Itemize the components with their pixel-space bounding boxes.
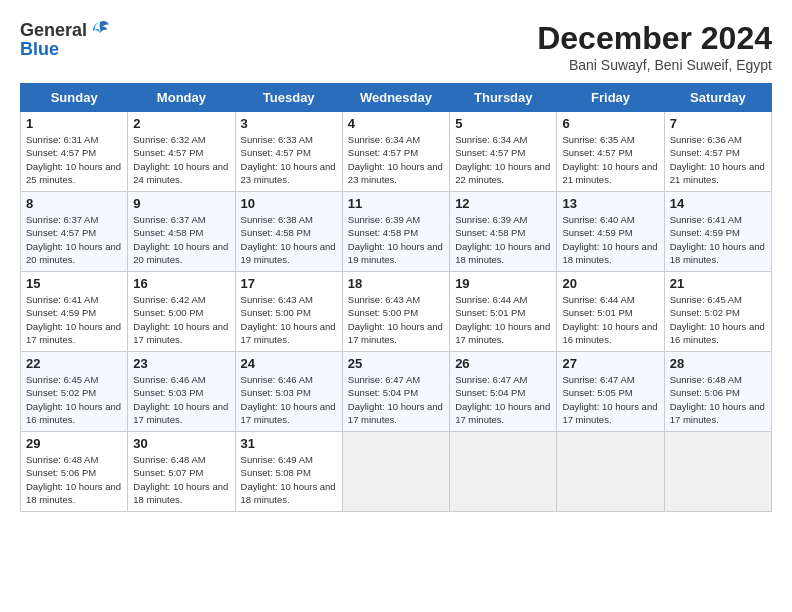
day-of-week-header: Friday xyxy=(557,84,664,112)
location-title: Bani Suwayf, Beni Suweif, Egypt xyxy=(537,57,772,73)
day-detail: Sunrise: 6:47 AM Sunset: 5:04 PM Dayligh… xyxy=(455,373,551,426)
calendar-day-cell: 17 Sunrise: 6:43 AM Sunset: 5:00 PM Dayl… xyxy=(235,272,342,352)
calendar-day-cell: 19 Sunrise: 6:44 AM Sunset: 5:01 PM Dayl… xyxy=(450,272,557,352)
day-detail: Sunrise: 6:42 AM Sunset: 5:00 PM Dayligh… xyxy=(133,293,229,346)
day-detail: Sunrise: 6:43 AM Sunset: 5:00 PM Dayligh… xyxy=(241,293,337,346)
day-of-week-header: Saturday xyxy=(664,84,771,112)
calendar-day-cell: 8 Sunrise: 6:37 AM Sunset: 4:57 PM Dayli… xyxy=(21,192,128,272)
month-title: December 2024 xyxy=(537,20,772,57)
day-detail: Sunrise: 6:37 AM Sunset: 4:57 PM Dayligh… xyxy=(26,213,122,266)
calendar-week-row: 15 Sunrise: 6:41 AM Sunset: 4:59 PM Dayl… xyxy=(21,272,772,352)
day-detail: Sunrise: 6:31 AM Sunset: 4:57 PM Dayligh… xyxy=(26,133,122,186)
day-number: 24 xyxy=(241,356,337,371)
day-number: 3 xyxy=(241,116,337,131)
day-number: 22 xyxy=(26,356,122,371)
calendar-week-row: 8 Sunrise: 6:37 AM Sunset: 4:57 PM Dayli… xyxy=(21,192,772,272)
day-detail: Sunrise: 6:34 AM Sunset: 4:57 PM Dayligh… xyxy=(455,133,551,186)
calendar-day-cell: 26 Sunrise: 6:47 AM Sunset: 5:04 PM Dayl… xyxy=(450,352,557,432)
day-number: 10 xyxy=(241,196,337,211)
day-detail: Sunrise: 6:48 AM Sunset: 5:07 PM Dayligh… xyxy=(133,453,229,506)
calendar-day-cell: 4 Sunrise: 6:34 AM Sunset: 4:57 PM Dayli… xyxy=(342,112,449,192)
day-number: 26 xyxy=(455,356,551,371)
day-detail: Sunrise: 6:38 AM Sunset: 4:58 PM Dayligh… xyxy=(241,213,337,266)
day-number: 13 xyxy=(562,196,658,211)
day-of-week-header: Monday xyxy=(128,84,235,112)
day-detail: Sunrise: 6:34 AM Sunset: 4:57 PM Dayligh… xyxy=(348,133,444,186)
calendar-day-cell: 5 Sunrise: 6:34 AM Sunset: 4:57 PM Dayli… xyxy=(450,112,557,192)
day-number: 31 xyxy=(241,436,337,451)
day-detail: Sunrise: 6:44 AM Sunset: 5:01 PM Dayligh… xyxy=(562,293,658,346)
logo: General Blue xyxy=(20,20,111,58)
day-detail: Sunrise: 6:33 AM Sunset: 4:57 PM Dayligh… xyxy=(241,133,337,186)
calendar-day-cell: 2 Sunrise: 6:32 AM Sunset: 4:57 PM Dayli… xyxy=(128,112,235,192)
day-detail: Sunrise: 6:47 AM Sunset: 5:04 PM Dayligh… xyxy=(348,373,444,426)
day-detail: Sunrise: 6:47 AM Sunset: 5:05 PM Dayligh… xyxy=(562,373,658,426)
day-detail: Sunrise: 6:39 AM Sunset: 4:58 PM Dayligh… xyxy=(348,213,444,266)
day-number: 2 xyxy=(133,116,229,131)
day-number: 6 xyxy=(562,116,658,131)
calendar-day-cell: 3 Sunrise: 6:33 AM Sunset: 4:57 PM Dayli… xyxy=(235,112,342,192)
calendar-day-cell: 23 Sunrise: 6:46 AM Sunset: 5:03 PM Dayl… xyxy=(128,352,235,432)
day-number: 4 xyxy=(348,116,444,131)
calendar-day-cell: 12 Sunrise: 6:39 AM Sunset: 4:58 PM Dayl… xyxy=(450,192,557,272)
calendar-day-cell xyxy=(557,432,664,512)
day-number: 9 xyxy=(133,196,229,211)
day-detail: Sunrise: 6:43 AM Sunset: 5:00 PM Dayligh… xyxy=(348,293,444,346)
calendar-day-cell: 30 Sunrise: 6:48 AM Sunset: 5:07 PM Dayl… xyxy=(128,432,235,512)
day-number: 19 xyxy=(455,276,551,291)
day-detail: Sunrise: 6:41 AM Sunset: 4:59 PM Dayligh… xyxy=(670,213,766,266)
logo-bird-icon xyxy=(89,18,111,40)
day-number: 27 xyxy=(562,356,658,371)
calendar-day-cell: 7 Sunrise: 6:36 AM Sunset: 4:57 PM Dayli… xyxy=(664,112,771,192)
calendar-day-cell: 11 Sunrise: 6:39 AM Sunset: 4:58 PM Dayl… xyxy=(342,192,449,272)
day-detail: Sunrise: 6:45 AM Sunset: 5:02 PM Dayligh… xyxy=(670,293,766,346)
day-number: 17 xyxy=(241,276,337,291)
day-detail: Sunrise: 6:46 AM Sunset: 5:03 PM Dayligh… xyxy=(133,373,229,426)
day-number: 1 xyxy=(26,116,122,131)
calendar-week-row: 22 Sunrise: 6:45 AM Sunset: 5:02 PM Dayl… xyxy=(21,352,772,432)
day-detail: Sunrise: 6:37 AM Sunset: 4:58 PM Dayligh… xyxy=(133,213,229,266)
calendar-day-cell: 6 Sunrise: 6:35 AM Sunset: 4:57 PM Dayli… xyxy=(557,112,664,192)
day-detail: Sunrise: 6:48 AM Sunset: 5:06 PM Dayligh… xyxy=(26,453,122,506)
day-detail: Sunrise: 6:45 AM Sunset: 5:02 PM Dayligh… xyxy=(26,373,122,426)
title-area: December 2024 Bani Suwayf, Beni Suweif, … xyxy=(537,20,772,73)
day-detail: Sunrise: 6:46 AM Sunset: 5:03 PM Dayligh… xyxy=(241,373,337,426)
day-detail: Sunrise: 6:39 AM Sunset: 4:58 PM Dayligh… xyxy=(455,213,551,266)
calendar-day-cell: 9 Sunrise: 6:37 AM Sunset: 4:58 PM Dayli… xyxy=(128,192,235,272)
day-number: 28 xyxy=(670,356,766,371)
calendar-table: SundayMondayTuesdayWednesdayThursdayFrid… xyxy=(20,83,772,512)
calendar-day-cell: 28 Sunrise: 6:48 AM Sunset: 5:06 PM Dayl… xyxy=(664,352,771,432)
day-number: 16 xyxy=(133,276,229,291)
day-of-week-header: Thursday xyxy=(450,84,557,112)
calendar-day-cell: 31 Sunrise: 6:49 AM Sunset: 5:08 PM Dayl… xyxy=(235,432,342,512)
calendar-day-cell: 14 Sunrise: 6:41 AM Sunset: 4:59 PM Dayl… xyxy=(664,192,771,272)
day-number: 30 xyxy=(133,436,229,451)
day-number: 12 xyxy=(455,196,551,211)
day-number: 25 xyxy=(348,356,444,371)
day-of-week-header: Sunday xyxy=(21,84,128,112)
calendar-day-cell: 10 Sunrise: 6:38 AM Sunset: 4:58 PM Dayl… xyxy=(235,192,342,272)
header: General Blue December 2024 Bani Suwayf, … xyxy=(20,20,772,73)
day-detail: Sunrise: 6:32 AM Sunset: 4:57 PM Dayligh… xyxy=(133,133,229,186)
day-number: 5 xyxy=(455,116,551,131)
logo-general-text: General xyxy=(20,21,87,39)
day-detail: Sunrise: 6:36 AM Sunset: 4:57 PM Dayligh… xyxy=(670,133,766,186)
calendar-day-cell: 1 Sunrise: 6:31 AM Sunset: 4:57 PM Dayli… xyxy=(21,112,128,192)
calendar-day-cell: 29 Sunrise: 6:48 AM Sunset: 5:06 PM Dayl… xyxy=(21,432,128,512)
day-number: 11 xyxy=(348,196,444,211)
calendar-day-cell: 15 Sunrise: 6:41 AM Sunset: 4:59 PM Dayl… xyxy=(21,272,128,352)
calendar-week-row: 29 Sunrise: 6:48 AM Sunset: 5:06 PM Dayl… xyxy=(21,432,772,512)
calendar-day-cell: 25 Sunrise: 6:47 AM Sunset: 5:04 PM Dayl… xyxy=(342,352,449,432)
day-detail: Sunrise: 6:48 AM Sunset: 5:06 PM Dayligh… xyxy=(670,373,766,426)
day-detail: Sunrise: 6:35 AM Sunset: 4:57 PM Dayligh… xyxy=(562,133,658,186)
calendar-day-cell: 22 Sunrise: 6:45 AM Sunset: 5:02 PM Dayl… xyxy=(21,352,128,432)
day-detail: Sunrise: 6:41 AM Sunset: 4:59 PM Dayligh… xyxy=(26,293,122,346)
day-of-week-header: Wednesday xyxy=(342,84,449,112)
calendar-day-cell: 13 Sunrise: 6:40 AM Sunset: 4:59 PM Dayl… xyxy=(557,192,664,272)
day-number: 15 xyxy=(26,276,122,291)
calendar-day-cell: 21 Sunrise: 6:45 AM Sunset: 5:02 PM Dayl… xyxy=(664,272,771,352)
calendar-header-row: SundayMondayTuesdayWednesdayThursdayFrid… xyxy=(21,84,772,112)
day-number: 7 xyxy=(670,116,766,131)
day-number: 14 xyxy=(670,196,766,211)
calendar-day-cell xyxy=(450,432,557,512)
